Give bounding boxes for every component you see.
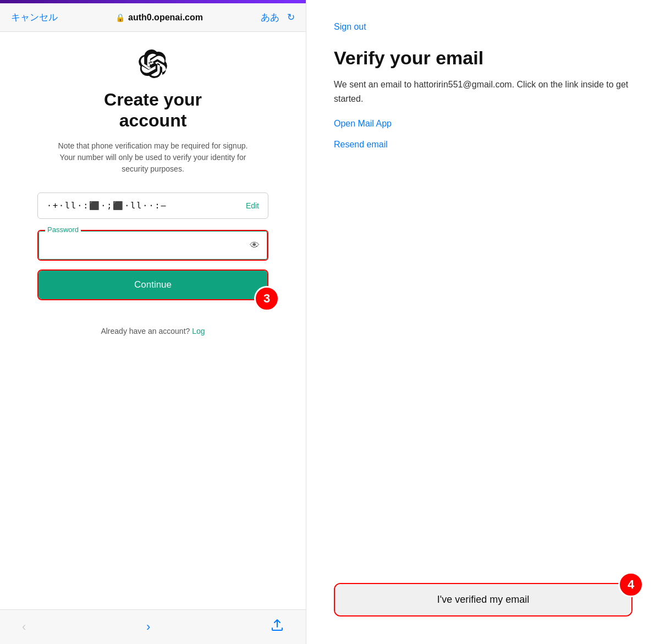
aa-button[interactable]: ああ xyxy=(261,11,279,24)
cancel-button[interactable]: キャンセル xyxy=(11,11,58,24)
back-button[interactable]: ‹ xyxy=(22,620,26,634)
edit-button[interactable]: Edit xyxy=(246,201,259,210)
browser-right-icons: ああ ↻ xyxy=(261,11,295,24)
continue-btn-wrapper: Continue 3 xyxy=(37,269,268,300)
already-text: Already have an account? xyxy=(101,327,190,335)
already-account-text: Already have an account? Log xyxy=(101,327,205,335)
left-panel: キャンセル 🔒 auth0.openai.com ああ ↻ Create you… xyxy=(0,0,306,644)
open-mail-link[interactable]: Open Mail App xyxy=(334,119,632,129)
lock-icon: 🔒 xyxy=(116,13,125,22)
url-text: auth0.openai.com xyxy=(128,13,203,23)
left-content: Create youraccount Note that phone verif… xyxy=(0,32,306,609)
password-field-wrapper: Password 👁 xyxy=(37,230,268,261)
forward-button[interactable]: › xyxy=(146,620,150,634)
password-label: Password xyxy=(45,225,81,234)
verified-button[interactable]: I've verified my email xyxy=(335,584,631,615)
step3-badge: 3 xyxy=(254,286,279,311)
url-bar: 🔒 auth0.openai.com xyxy=(116,13,203,23)
log-link[interactable]: Log xyxy=(192,327,205,335)
email-value: ·+·ll·:⬛·;⬛·ll··:— xyxy=(47,201,167,211)
resend-email-link[interactable]: Resend email xyxy=(334,140,632,150)
browser-chrome: キャンセル 🔒 auth0.openai.com ああ ↻ xyxy=(0,3,306,32)
continue-button[interactable]: Continue xyxy=(38,271,267,299)
email-field: ·+·ll·:⬛·;⬛·ll··:— Edit xyxy=(37,192,268,219)
create-account-subtitle: Note that phone verification may be requ… xyxy=(54,140,252,175)
bottom-bar: ‹ › xyxy=(0,609,306,644)
verify-description: We sent an email to hattoririn551@gmail.… xyxy=(334,78,632,106)
verified-btn-wrapper: I've verified my email 4 xyxy=(334,583,632,617)
share-button[interactable] xyxy=(271,619,284,635)
eye-icon[interactable]: 👁 xyxy=(250,239,260,251)
sign-out-link[interactable]: Sign out xyxy=(334,22,632,32)
reload-button[interactable]: ↻ xyxy=(287,12,295,23)
create-account-title: Create youraccount xyxy=(104,89,202,131)
step4-badge: 4 xyxy=(618,572,644,597)
right-panel: Sign out Verify your email We sent an em… xyxy=(306,0,660,644)
openai-logo xyxy=(139,49,167,78)
password-input[interactable] xyxy=(38,231,267,260)
verify-title: Verify your email xyxy=(334,47,632,69)
